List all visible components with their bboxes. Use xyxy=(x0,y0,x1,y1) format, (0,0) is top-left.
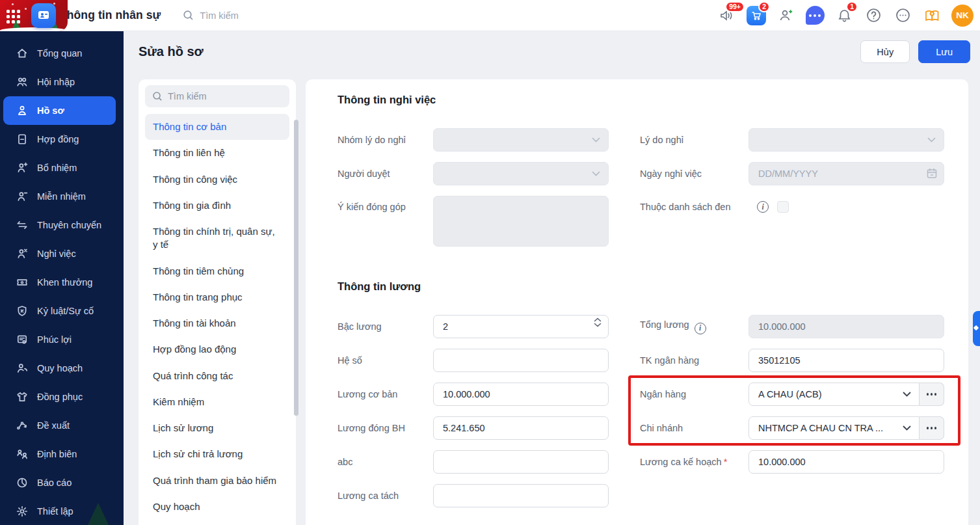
number-stepper[interactable] xyxy=(594,317,602,327)
sidebar-item-6[interactable]: Miễn nhiệm xyxy=(0,182,124,211)
info-icon[interactable]: i xyxy=(757,201,769,213)
sidebar-item-13[interactable]: Đồng phục xyxy=(0,383,124,411)
page-title: Sửa hồ sơ xyxy=(139,44,204,59)
nhom-ly-do-select[interactable] xyxy=(433,128,609,152)
salary-section-title: Thông tin lương xyxy=(338,280,944,293)
nav-item-7[interactable]: Thông tin trang phục xyxy=(145,284,289,310)
field-label: Lương ca kế hoạch* xyxy=(640,456,748,468)
nav-item-8[interactable]: Thông tin tài khoản xyxy=(145,310,289,336)
nguoi-duyet-select[interactable] xyxy=(433,162,609,185)
sidebar-item-16[interactable]: Báo cáo xyxy=(0,468,124,497)
y-kien-textarea[interactable] xyxy=(433,196,609,247)
field-label: TK ngân hàng xyxy=(640,355,748,367)
field-y-kien-dong-gop: Ý kiến đóng góp xyxy=(338,196,609,249)
marketplace-button[interactable]: 2 xyxy=(747,6,766,25)
sidebar-item-label: Miễn nhiệm xyxy=(37,191,86,202)
sidebar-item-8[interactable]: Nghỉ việc xyxy=(0,239,124,268)
ngan-hang-more-button[interactable] xyxy=(920,383,944,406)
field-label: Lương cơ bản xyxy=(338,388,433,401)
nav-item-4[interactable]: Thông tin gia đình xyxy=(145,193,289,219)
sidebar-item-4[interactable]: Hợp đồng xyxy=(0,125,124,154)
global-search-input[interactable]: Tìm kiếm xyxy=(183,10,239,21)
main-content: Sửa hồ sơ Hủy Lưu Tìm kiếm Thông tin cơ … xyxy=(124,31,980,525)
nav-item-3[interactable]: Thông tin công việc xyxy=(145,167,289,193)
nav-item-9[interactable]: Hợp đồng lao động xyxy=(145,336,289,362)
nav-item-1[interactable]: Thông tin cơ bản xyxy=(145,114,289,140)
cancel-button[interactable]: Hủy xyxy=(860,40,910,63)
field-label: Ý kiến đóng góp xyxy=(338,196,433,213)
sidebar-item-9[interactable]: Khen thưởng xyxy=(0,268,124,297)
search-icon xyxy=(183,10,194,21)
guide-button[interactable] xyxy=(922,6,942,25)
gear-icon xyxy=(16,505,28,518)
section-search-input[interactable]: Tìm kiếm xyxy=(145,85,289,107)
chevron-down-icon xyxy=(903,425,911,431)
luong-ca-tach-input[interactable] xyxy=(433,484,609,507)
nav-item-5[interactable]: Thông tin chính trị, quân sự, y tế xyxy=(145,219,289,258)
sidebar-item-5[interactable]: Bổ nhiệm xyxy=(0,154,124,182)
announcements-badge: 99+ xyxy=(725,1,745,12)
luong-ca-ke-hoach-input[interactable] xyxy=(748,450,944,474)
field-label: abc xyxy=(338,456,433,468)
luong-dong-bh-input[interactable] xyxy=(433,416,609,440)
nav-item-12[interactable]: Lịch sử lương xyxy=(145,415,289,441)
announcements-button[interactable]: 99+ xyxy=(717,6,737,25)
sidebar-item-3[interactable]: Hồ sơ xyxy=(3,96,116,125)
user-avatar[interactable]: NK xyxy=(951,5,973,27)
danh-sach-den-checkbox[interactable] xyxy=(777,201,789,213)
ngay-nghi-date-input[interactable] xyxy=(748,162,944,185)
sidebar-item-1[interactable]: Tổng quan xyxy=(0,39,124,68)
app-launcher-icon[interactable] xyxy=(7,10,21,24)
save-button[interactable]: Lưu xyxy=(918,40,970,63)
bac-luong-input[interactable] xyxy=(433,315,609,338)
more-options-button[interactable] xyxy=(893,6,912,25)
field-danh-sach-den: Thuộc danh sách đen i xyxy=(640,196,944,249)
nav-item-6[interactable]: Thông tin tiêm chủng xyxy=(145,258,289,284)
nav-item-14[interactable]: Quá trình tham gia bảo hiểm xyxy=(145,468,289,494)
shield-icon xyxy=(16,305,28,317)
info-icon[interactable]: i xyxy=(695,323,706,334)
sidebar-item-10[interactable]: Kỷ luật/Sự cố xyxy=(0,297,124,325)
help-button[interactable] xyxy=(864,6,883,25)
nav-item-13[interactable]: Lịch sử chi trả lương xyxy=(145,441,289,467)
field-label: Lý do nghỉ xyxy=(640,134,748,146)
sidebar-item-12[interactable]: Quy hoạch xyxy=(0,354,124,383)
tk-ngan-hang-input[interactable] xyxy=(748,349,944,372)
nav-scrollbar[interactable] xyxy=(294,120,298,416)
chat-button[interactable] xyxy=(805,6,825,25)
abc-input[interactable] xyxy=(433,450,609,474)
sidebar-item-14[interactable]: Đề xuất xyxy=(0,411,124,440)
luong-co-ban-input[interactable] xyxy=(433,383,609,406)
sidebar-item-11[interactable]: Phúc lợi xyxy=(0,325,124,354)
sidebar-item-label: Thuyên chuyển xyxy=(37,220,101,230)
nav-item-11[interactable]: Kiêm nhiệm xyxy=(145,389,289,415)
add-user-button[interactable] xyxy=(776,6,795,25)
chi-nhanh-select[interactable]: NHTMCP A CHAU CN TRA ... xyxy=(748,416,920,440)
field-label: Nhóm lý do nghỉ xyxy=(338,134,433,146)
nav-item-2[interactable]: Thông tin liên hệ xyxy=(145,140,289,166)
sidebar-item-7[interactable]: Thuyên chuyển xyxy=(0,211,124,239)
profile-form: Thông tin nghỉ việc Nhóm lý do nghỉ Lý d… xyxy=(306,79,968,525)
tong-luong-input[interactable] xyxy=(748,315,944,338)
proposal-icon xyxy=(16,420,28,432)
field-label: Người duyệt xyxy=(338,168,433,180)
field-label: Ngày nghỉ việc xyxy=(640,168,748,180)
marketplace-badge: 2 xyxy=(758,1,770,12)
notifications-button[interactable]: 1 xyxy=(834,6,854,25)
chevron-down-icon xyxy=(927,137,936,142)
users-icon xyxy=(16,76,28,88)
nav-item-10[interactable]: Quá trình công tác xyxy=(145,363,289,389)
sidebar-item-2[interactable]: Hội nhập xyxy=(0,68,124,96)
ngan-hang-select[interactable]: A CHAU (ACB) xyxy=(748,383,920,406)
chi-nhanh-more-button[interactable] xyxy=(920,416,944,440)
pie-icon xyxy=(16,477,28,489)
he-so-input[interactable] xyxy=(433,349,609,372)
app-logo-icon[interactable] xyxy=(31,3,56,28)
nav-item-15[interactable]: Quy hoạch xyxy=(145,494,289,520)
field-nhom-ly-do-nghi: Nhóm lý do nghỉ xyxy=(338,128,609,152)
side-panel-toggle[interactable] xyxy=(973,311,980,346)
chat-icon xyxy=(806,6,825,25)
sidebar-item-15[interactable]: Định biên xyxy=(0,440,124,468)
ly-do-select[interactable] xyxy=(748,128,944,152)
field-label: Chi nhánh xyxy=(640,422,748,435)
